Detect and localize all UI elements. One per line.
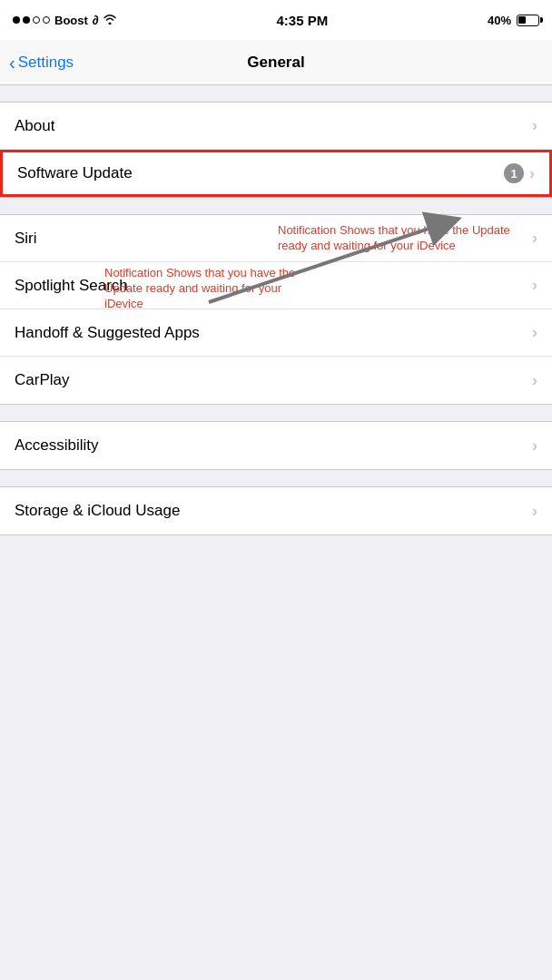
siri-chevron-icon: › xyxy=(532,229,537,248)
software-update-label: Software Update xyxy=(17,164,504,182)
signal-dot-3 xyxy=(33,16,40,24)
storage-right: › xyxy=(532,502,537,521)
software-update-chevron-icon: › xyxy=(529,164,535,183)
status-time: 4:35 PM xyxy=(276,13,328,28)
section-gap-4 xyxy=(0,470,552,486)
about-row[interactable]: About › xyxy=(0,103,552,150)
signal-dot-1 xyxy=(13,16,20,24)
battery-fill xyxy=(518,16,526,24)
section-gap-2 xyxy=(0,198,552,214)
about-label: About xyxy=(15,117,532,135)
software-update-right: 1 › xyxy=(504,163,535,183)
software-update-badge: 1 xyxy=(504,163,524,183)
settings-group-4: Storage & iCloud Usage › xyxy=(0,486,552,535)
handoff-row[interactable]: Handoff & Suggested Apps › xyxy=(0,309,552,357)
accessibility-chevron-icon: › xyxy=(532,436,537,456)
battery-indicator xyxy=(517,15,539,26)
carplay-label: CarPlay xyxy=(15,371,532,389)
siri-label: Siri xyxy=(15,230,269,248)
accessibility-label: Accessibility xyxy=(15,436,532,455)
back-button[interactable]: ‹ Settings xyxy=(9,54,74,72)
carrier-label: Boost xyxy=(54,14,88,27)
section-gap-3 xyxy=(0,405,552,421)
carplay-chevron-icon: › xyxy=(532,371,537,390)
carplay-right: › xyxy=(532,371,537,390)
accessibility-row[interactable]: Accessibility › xyxy=(0,422,552,469)
storage-row[interactable]: Storage & iCloud Usage › xyxy=(0,487,552,534)
battery-body xyxy=(517,15,539,26)
signal-dot-2 xyxy=(23,16,30,24)
handoff-right: › xyxy=(532,323,537,342)
annotation-text: Notification Shows that you have the Upd… xyxy=(104,266,304,312)
battery-percent: 40% xyxy=(488,14,511,27)
page-title: General xyxy=(247,54,304,72)
carplay-row[interactable]: CarPlay › xyxy=(0,357,552,404)
status-bar: Boost ∂ 4:35 PM 40% xyxy=(0,0,552,40)
storage-chevron-icon: › xyxy=(532,502,537,521)
spotlight-right: › xyxy=(532,276,537,295)
siri-row[interactable]: Siri Notification Shows that you have th… xyxy=(0,215,552,262)
handoff-label: Handoff & Suggested Apps xyxy=(15,324,532,342)
signal-dot-4 xyxy=(43,16,50,24)
back-label: Settings xyxy=(18,54,74,72)
siri-right: › xyxy=(532,229,537,248)
back-chevron-icon: ‹ xyxy=(9,54,15,72)
storage-label: Storage & iCloud Usage xyxy=(15,502,532,520)
status-right: 40% xyxy=(488,14,539,27)
spotlight-chevron-icon: › xyxy=(532,276,537,295)
wifi-icon: ∂ xyxy=(93,13,117,27)
handoff-chevron-icon: › xyxy=(532,323,537,342)
software-update-row[interactable]: Software Update 1 › xyxy=(0,150,552,197)
navigation-bar: ‹ Settings General xyxy=(0,40,552,85)
about-right: › xyxy=(532,116,537,135)
status-left: Boost ∂ xyxy=(13,13,117,27)
siri-annotation-text: Notification Shows that you have the Upd… xyxy=(278,223,532,254)
about-chevron-icon: › xyxy=(532,116,537,135)
settings-group-1: About › Software Update 1 › xyxy=(0,102,552,198)
accessibility-right: › xyxy=(532,436,537,456)
section-gap-1 xyxy=(0,85,552,102)
signal-dots xyxy=(13,16,50,24)
settings-group-3: Accessibility › xyxy=(0,421,552,470)
